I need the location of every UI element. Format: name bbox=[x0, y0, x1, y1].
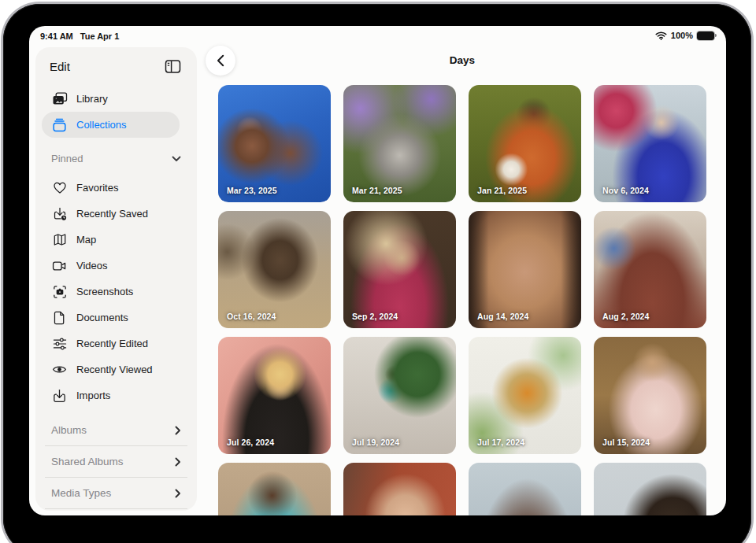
sidebar-item-videos[interactable]: Videos bbox=[35, 253, 197, 279]
sidebar-item-label: Recently Viewed bbox=[76, 364, 153, 375]
wifi-icon bbox=[655, 31, 667, 40]
chevron-right-icon bbox=[175, 426, 181, 435]
battery-icon bbox=[697, 31, 714, 40]
photo-card[interactable]: Jan 21, 2025 bbox=[469, 85, 581, 202]
photo-date-label: Jul 15, 2024 bbox=[602, 438, 650, 447]
map-icon bbox=[51, 232, 68, 248]
group-label: Shared Albums bbox=[51, 456, 124, 467]
photo-card[interactable]: Aug 2, 2024 bbox=[594, 211, 706, 328]
sidebar-item-map[interactable]: Map bbox=[35, 227, 197, 253]
sidebar-item-label: Documents bbox=[76, 312, 128, 323]
sidebar-item-recently-edited[interactable]: Recently Edited bbox=[35, 331, 197, 356]
sidebar-item-label: Recently Edited bbox=[76, 338, 148, 349]
photo-date-label: Jul 19, 2024 bbox=[352, 438, 399, 447]
photo-card[interactable]: Aug 14, 2024 bbox=[469, 211, 581, 328]
sidebar: Edit bbox=[35, 47, 197, 511]
sidebar-item-documents[interactable]: Documents bbox=[35, 305, 197, 331]
sidebar-header: Edit bbox=[35, 47, 197, 82]
sidebar-item-imports[interactable]: Imports bbox=[35, 382, 197, 408]
photo-date-label: Jul 17, 2024 bbox=[477, 438, 524, 447]
photo-card[interactable]: Jul 19, 2024 bbox=[343, 337, 456, 454]
screenshot-icon bbox=[51, 284, 68, 300]
group-label: Albums bbox=[51, 424, 87, 436]
photo-date-label: Mar 23, 2025 bbox=[227, 186, 277, 195]
photo-date-label: Mar 21, 2025 bbox=[352, 186, 402, 195]
chevron-down-icon bbox=[172, 156, 181, 162]
sidebar-toggle-icon[interactable] bbox=[164, 57, 181, 75]
sidebar-groups: Albums Shared Albums Media Types bbox=[35, 415, 197, 509]
photo-date-label: Sep 2, 2024 bbox=[352, 312, 398, 321]
import-tray-icon bbox=[51, 388, 68, 404]
sidebar-item-collections[interactable]: Collections bbox=[42, 112, 180, 138]
chevron-right-icon bbox=[175, 489, 181, 498]
status-date: Tue Apr 1 bbox=[80, 31, 120, 41]
group-label: Media Types bbox=[51, 487, 111, 499]
sidebar-section-pinned[interactable]: Pinned bbox=[35, 138, 197, 175]
sidebar-item-favorites[interactable]: Favorites bbox=[35, 175, 197, 201]
status-time: 9:41 AM bbox=[40, 31, 73, 41]
edit-button[interactable]: Edit bbox=[50, 60, 70, 73]
sidebar-item-recently-viewed[interactable]: Recently Viewed bbox=[35, 356, 197, 382]
page-title: Days bbox=[218, 54, 706, 66]
photo-card[interactable]: Jul 26, 2024 bbox=[218, 337, 331, 454]
photos-library-icon bbox=[51, 91, 68, 107]
photo-date-label: Aug 14, 2024 bbox=[477, 312, 528, 321]
battery-percent: 100% bbox=[671, 31, 693, 40]
photo-card[interactable]: Oct 16, 2024 bbox=[218, 211, 331, 328]
photo-card[interactable]: Mar 21, 2025 bbox=[343, 85, 456, 202]
sidebar-item-label: Screenshots bbox=[76, 286, 133, 297]
sidebar-item-label: Videos bbox=[76, 260, 108, 272]
sliders-icon bbox=[51, 336, 68, 352]
sidebar-item-label: Map bbox=[76, 234, 96, 246]
status-bar: 9:41 AM Tue Apr 1 100% bbox=[29, 26, 726, 46]
sidebar-nav: Library Collections Pinned bbox=[35, 82, 197, 509]
sidebar-item-label: Favorites bbox=[76, 182, 118, 194]
recently-saved-icon bbox=[51, 206, 68, 222]
photo-card[interactable] bbox=[343, 463, 456, 515]
sidebar-item-label: Collections bbox=[76, 119, 127, 131]
document-icon bbox=[51, 310, 68, 326]
video-camera-icon bbox=[51, 258, 68, 274]
photo-card[interactable]: Nov 6, 2024 bbox=[594, 85, 706, 202]
sidebar-item-library[interactable]: Library bbox=[35, 86, 197, 112]
sidebar-item-screenshots[interactable]: Screenshots bbox=[35, 279, 197, 305]
photo-date-label: Nov 6, 2024 bbox=[602, 186, 649, 195]
photo-card[interactable]: Mar 23, 2025 bbox=[218, 85, 331, 202]
sidebar-item-recently-saved[interactable]: Recently Saved bbox=[35, 201, 197, 227]
heart-icon bbox=[51, 180, 68, 196]
photo-card[interactable]: Jul 15, 2024 bbox=[594, 337, 706, 454]
sidebar-item-shared-albums[interactable]: Shared Albums bbox=[45, 446, 187, 478]
photo-card[interactable] bbox=[594, 463, 706, 515]
photo-card[interactable] bbox=[218, 463, 331, 515]
sidebar-item-albums[interactable]: Albums bbox=[45, 415, 187, 446]
sidebar-item-label: Library bbox=[76, 93, 108, 105]
sidebar-item-label: Recently Saved bbox=[76, 208, 148, 220]
sidebar-item-label: Imports bbox=[76, 390, 110, 401]
screen: 9:41 AM Tue Apr 1 100% Edit bbox=[29, 26, 726, 515]
photo-card[interactable] bbox=[469, 463, 581, 515]
sidebar-item-media-types[interactable]: Media Types bbox=[45, 478, 187, 509]
photo-date-label: Jul 26, 2024 bbox=[227, 438, 274, 447]
days-photo-grid: Mar 23, 2025 Mar 21, 2025 Jan 21, 2025 N… bbox=[218, 85, 706, 515]
photo-date-label: Aug 2, 2024 bbox=[602, 312, 649, 321]
ipad-device-frame: 9:41 AM Tue Apr 1 100% Edit bbox=[3, 4, 751, 543]
collections-stack-icon bbox=[51, 117, 68, 133]
photo-date-label: Jan 21, 2025 bbox=[477, 186, 527, 195]
eye-icon bbox=[51, 362, 68, 378]
photo-card[interactable]: Sep 2, 2024 bbox=[343, 211, 456, 328]
photo-date-label: Oct 16, 2024 bbox=[227, 312, 276, 321]
chevron-right-icon bbox=[175, 457, 181, 467]
section-label: Pinned bbox=[51, 153, 83, 164]
photo-card[interactable]: Jul 17, 2024 bbox=[469, 337, 581, 454]
